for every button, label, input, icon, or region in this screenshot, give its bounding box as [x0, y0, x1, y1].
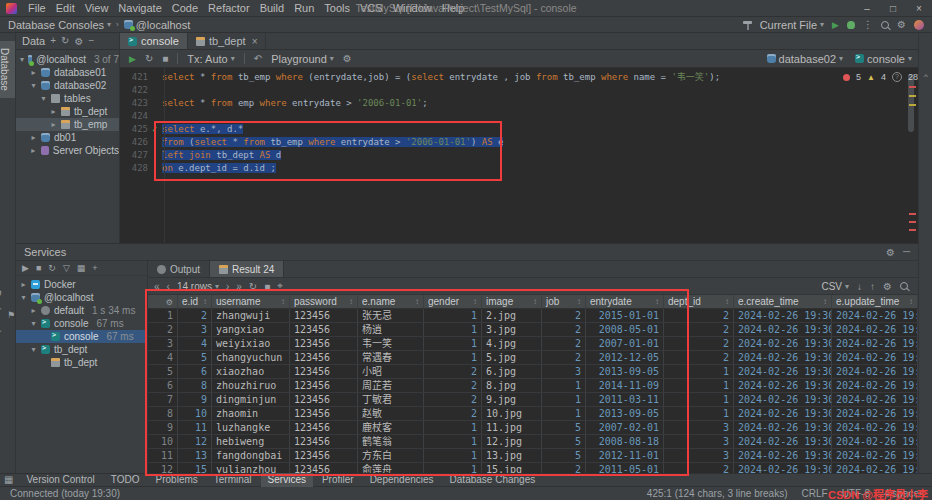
cell-e-update-time[interactable]: 2024-02-26 19:30:48 [832, 379, 918, 392]
cell-image[interactable]: 10.jpg [482, 407, 542, 420]
cell-e-name[interactable]: 小昭 [358, 365, 424, 378]
row-number-cell[interactable]: 1 [148, 309, 178, 322]
cell-password[interactable]: 123456 [290, 379, 358, 392]
cell-dept-id[interactable]: 2 [664, 309, 734, 322]
column-header-e-create-time[interactable]: e.create_time↕ [734, 295, 832, 308]
chevron-right-icon[interactable]: ▸ [30, 146, 37, 155]
stop-icon[interactable]: ■ [162, 54, 168, 64]
last-page-icon[interactable]: » [236, 281, 242, 292]
tx-mode-selector[interactable]: Tx: Auto ▾ [187, 53, 234, 65]
sql-editor[interactable]: 421select * from tb_emp where (entrydate… [120, 68, 918, 246]
cell-password[interactable]: 123456 [290, 393, 358, 406]
editor-line[interactable]: 423select * from emp where entrydate > '… [120, 97, 918, 110]
cell-image[interactable]: 13.jpg [482, 449, 542, 462]
error-stripe-mark[interactable] [909, 86, 916, 88]
tree-item-tb-dept[interactable]: ▸tb_dept [16, 105, 119, 118]
editor-line[interactable]: 426from (select * from tb_emp where entr… [120, 136, 918, 149]
minimize-button[interactable]: – [854, 0, 880, 17]
tree-item-docker[interactable]: ▸Docker [16, 278, 147, 291]
cell-job[interactable]: 2 [542, 323, 586, 336]
cell-username[interactable]: zhaomin [212, 407, 290, 420]
cell-job[interactable]: 5 [542, 421, 586, 434]
tree-item-tb-emp[interactable]: ▸tb_emp [16, 118, 119, 131]
cell-entrydate[interactable]: 2012-12-05 [586, 351, 664, 364]
row-number-cell[interactable]: 8 [148, 407, 178, 420]
playground-mode-selector[interactable]: Playground ▾ [271, 53, 334, 65]
chevron-down-icon[interactable]: ▾ [40, 94, 47, 103]
menu-window[interactable]: Window [388, 1, 437, 15]
cell-dept-id[interactable]: 1 [664, 379, 734, 392]
menu-help[interactable]: Help [437, 1, 470, 15]
next-page-icon[interactable]: › [226, 281, 229, 292]
cell-gender[interactable]: 1 [424, 463, 482, 473]
cell-image[interactable]: 8.jpg [482, 379, 542, 392]
cell-username[interactable]: hebiweng [212, 435, 290, 448]
cell-e-create-time[interactable]: 2024-02-26 19:30:48 [734, 351, 832, 364]
start-service-icon[interactable]: ▶ [22, 263, 29, 273]
toolwindow-button-problems[interactable]: Problems [149, 473, 205, 487]
database-consoles-selector[interactable]: Database Consoles ▾ [8, 19, 111, 31]
cell-e-id[interactable]: 3 [178, 323, 212, 336]
editor-line[interactable]: 421select * from tb_emp where (entrydate… [120, 71, 918, 84]
cell-e-update-time[interactable]: 2024-02-26 19:30:48 [832, 435, 918, 448]
hide-panel-icon[interactable]: − [88, 36, 94, 46]
cell-gender[interactable]: 1 [424, 421, 482, 434]
tree-item-localhost[interactable]: ▾@localhost3 of 7 [16, 53, 119, 66]
cell-e-update-time[interactable]: 2024-02-26 19:30:48 [832, 449, 918, 462]
debug-button[interactable] [847, 21, 855, 29]
line-ending-indicator[interactable]: CRLF [802, 488, 828, 499]
chevron-right-icon[interactable]: ▸ [30, 133, 37, 142]
maximize-button[interactable]: □ [880, 0, 906, 17]
cell-e-update-time[interactable]: 2024-02-26 19:30:48 [832, 323, 918, 336]
chevron-right-icon[interactable]: ▸ [30, 68, 37, 77]
cell-username[interactable]: changyuchun [212, 351, 290, 364]
row-number-cell[interactable]: 11 [148, 449, 178, 462]
menu-code[interactable]: Code [167, 1, 203, 15]
filter-icon[interactable]: ▽ [63, 263, 70, 273]
toolwindow-button-terminal[interactable]: Terminal [207, 473, 259, 487]
toolstrip-bookmarks-button[interactable]: ⚑ Bookmarks [0, 283, 15, 347]
cell-image[interactable]: 11.jpg [482, 421, 542, 434]
cell-dept-id[interactable]: 1 [664, 365, 734, 378]
cell-password[interactable]: 123456 [290, 309, 358, 322]
editor-line[interactable]: 424 [120, 110, 918, 123]
cell-password[interactable]: 123456 [290, 421, 358, 434]
tree-item-db01[interactable]: ▸db01 [16, 131, 119, 144]
export-download-icon[interactable]: ↓ [857, 281, 862, 292]
column-header-password[interactable]: password↕ [290, 295, 358, 308]
cell-job[interactable]: 2 [542, 351, 586, 364]
chevron-right-icon[interactable]: ▸ [20, 280, 27, 289]
refresh-icon[interactable]: ↻ [145, 54, 153, 64]
cell-e-create-time[interactable]: 2024-02-26 19:30:48 [734, 337, 832, 350]
chevron-down-icon[interactable]: ▾ [20, 293, 27, 302]
cell-image[interactable]: 15.jpg [482, 463, 542, 473]
cell-dept-id[interactable]: 2 [664, 323, 734, 336]
cell-e-name[interactable]: 杨逍 [358, 323, 424, 336]
cell-e-id[interactable]: 12 [178, 435, 212, 448]
editor-line[interactable]: 425✓select e.*, d.* [120, 123, 918, 136]
column-header-image[interactable]: image↕ [482, 295, 542, 308]
refresh-icon[interactable]: ↻ [48, 263, 56, 273]
database-selector[interactable]: database02 ▾ [767, 53, 844, 65]
cell-image[interactable]: 5.jpg [482, 351, 542, 364]
cell-dept-id[interactable]: 1 [664, 407, 734, 420]
close-button[interactable]: × [906, 0, 932, 17]
chevron-down-icon[interactable]: ▾ [20, 55, 24, 64]
cell-dept-id[interactable]: 2 [664, 351, 734, 364]
cell-gender[interactable]: 1 [424, 351, 482, 364]
cell-username[interactable]: xiaozhao [212, 365, 290, 378]
cell-e-update-time[interactable]: 2024-02-26 19:30:48 [832, 351, 918, 364]
cell-image[interactable]: 6.jpg [482, 365, 542, 378]
cell-gender[interactable]: 1 [424, 323, 482, 336]
cell-e-update-time[interactable]: 2024-02-26 19:30:48 [832, 407, 918, 420]
tree-item-tb-dept[interactable]: ▾tb_dept [16, 343, 147, 356]
cell-password[interactable]: 123456 [290, 463, 358, 473]
user-avatar[interactable] [914, 20, 924, 30]
editor-line[interactable]: 428on e.dept_id = d.id ; [120, 162, 918, 175]
find-in-grid-icon[interactable] [900, 282, 908, 290]
run-configuration-selector[interactable]: Current File ▾ [760, 19, 824, 31]
cell-e-id[interactable]: 15 [178, 463, 212, 473]
cell-entrydate[interactable]: 2011-05-01 [586, 463, 664, 473]
tree-item-console[interactable]: console67 ms [16, 330, 147, 343]
cell-e-name[interactable]: 赵敏 [358, 407, 424, 420]
